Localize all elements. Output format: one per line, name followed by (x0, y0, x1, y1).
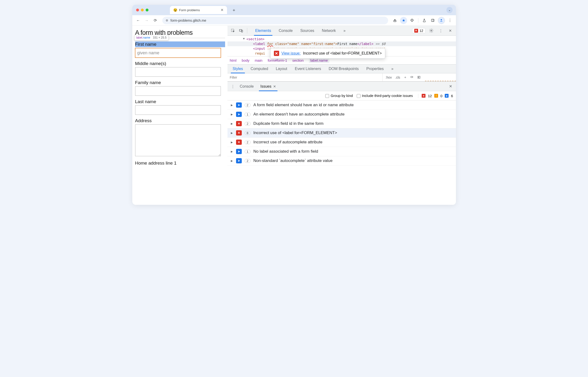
expand-icon[interactable]: ▶ (231, 141, 233, 144)
tab-styles[interactable]: Styles (229, 65, 247, 73)
tab-event-listeners[interactable]: Event Listeners (291, 65, 325, 73)
issue-count: 1 (245, 112, 250, 117)
drawer-tabs: ⋮ Console Issues✕ ✕ (227, 82, 456, 91)
breadcrumb-item-current[interactable]: label.name (309, 58, 329, 63)
tab-dom-breakpoints[interactable]: DOM Breakpoints (325, 65, 362, 73)
breadcrumb-item[interactable]: main (255, 58, 262, 62)
settings-icon[interactable] (428, 27, 435, 34)
issue-text: Incorrect use of autocomplete attribute (253, 140, 322, 145)
menu-button[interactable]: ⋮ (446, 17, 453, 24)
expand-icon[interactable]: ▶ (231, 150, 233, 153)
browser-toolbar: ← → ⟳ ⚙ form-problems.glitch.me ★ ⋮ (132, 15, 456, 26)
profile-button[interactable] (438, 17, 445, 24)
breadcrumb-item[interactable]: section (293, 58, 304, 62)
device-toggle-icon[interactable] (237, 27, 245, 34)
error-icon: ✕ (414, 29, 418, 33)
breadcrumb-item[interactable]: form#form-1 (268, 58, 287, 62)
label-address: Address (135, 118, 225, 123)
issue-row[interactable]: ▶✕2Incorrect use of autocomplete attribu… (227, 138, 456, 147)
group-by-kind-checkbox[interactable]: Group by kind (325, 94, 353, 98)
third-party-checkbox[interactable]: Include third-party cookie issues (357, 94, 413, 98)
issue-row[interactable]: ▶➤2Non-standard `autocomplete` attribute… (227, 156, 456, 165)
forward-button[interactable]: → (143, 17, 150, 24)
expand-icon[interactable]: ▶ (231, 122, 233, 125)
toggle-panel-icon[interactable] (417, 75, 421, 79)
tab-close-icon[interactable]: ✕ (221, 8, 224, 12)
browser-tab[interactable]: 😵 Form problems ✕ (170, 6, 227, 14)
box-model-dash (425, 73, 456, 81)
extensions-button[interactable] (408, 17, 416, 24)
site-settings-icon[interactable]: ⚙ (166, 19, 168, 22)
tab-properties[interactable]: Properties (363, 65, 388, 73)
issue-row[interactable]: ▶✕2Duplicate form field id in the same f… (227, 119, 456, 128)
error-bubble-icon: ✕ (236, 140, 242, 145)
dom-tree[interactable]: ⋯ ▼ <section> <label for class="name" na… (227, 36, 456, 56)
styles-tabs: Styles Computed Layout Event Listeners D… (227, 64, 456, 73)
window-controls (136, 9, 148, 12)
share-button[interactable] (391, 17, 399, 24)
tab-network[interactable]: Network (318, 26, 340, 35)
sidepanel-button[interactable] (429, 17, 436, 24)
styles-overflow-icon[interactable]: » (387, 65, 397, 73)
tab-computed[interactable]: Computed (247, 65, 272, 73)
styles-filter-row: :hov .cls ＋ (227, 73, 456, 82)
expand-icon[interactable]: ▼ (243, 37, 245, 40)
input-first-name[interactable] (135, 48, 221, 58)
warning-icon: ! (434, 94, 438, 98)
close-devtools-icon[interactable]: ✕ (447, 27, 454, 34)
issue-row[interactable]: ▶➤1An element doesn't have an autocomple… (227, 110, 456, 119)
breadcrumb-item[interactable]: body (242, 58, 250, 62)
styles-filter-tools: :hov .cls ＋ (382, 73, 423, 81)
error-count-badge[interactable]: ✕ 12 (412, 28, 426, 33)
issue-count: 2 (245, 122, 250, 126)
view-issue-link[interactable]: View issue: (282, 51, 301, 56)
breadcrumb-item[interactable]: html (230, 58, 237, 62)
issue-row[interactable]: ▶➤1No label associated with a form field (227, 147, 456, 156)
hov-toggle[interactable]: :hov (385, 75, 392, 79)
expand-icon[interactable]: ▶ (231, 159, 233, 162)
issue-text: Non-standard `autocomplete` attribute va… (253, 158, 333, 163)
inspect-icon[interactable] (229, 27, 237, 34)
error-bubble-icon: ✕ (236, 130, 242, 136)
close-tab-icon[interactable]: ✕ (273, 84, 276, 88)
new-style-icon[interactable]: ＋ (404, 75, 407, 80)
dom-row-selected[interactable]: <label for class="name" name="first-name… (227, 41, 456, 46)
back-button[interactable]: ← (135, 17, 142, 24)
tab-elements[interactable]: Elements (251, 26, 275, 35)
bookmark-button[interactable]: ★ (400, 17, 407, 24)
reload-button[interactable]: ⟳ (152, 17, 159, 24)
expand-icon[interactable]: ▶ (231, 113, 233, 116)
new-tab-button[interactable]: ＋ (230, 6, 237, 13)
issue-count: 8 (245, 131, 250, 135)
expand-icon[interactable]: ▶ (231, 131, 233, 135)
close-drawer-icon[interactable]: ✕ (447, 84, 454, 89)
minimize-window-icon[interactable] (141, 9, 144, 12)
tab-sources[interactable]: Sources (296, 26, 318, 35)
tab-layout[interactable]: Layout (272, 65, 291, 73)
issue-row[interactable]: ▶➤2A form field element should have an i… (227, 101, 456, 110)
paint-flashing-icon[interactable] (410, 75, 414, 79)
styles-filter-input[interactable] (227, 75, 383, 79)
tabs-overflow-button[interactable]: ⌄ (446, 7, 452, 13)
input-last-name[interactable] (135, 105, 221, 115)
expand-icon[interactable]: ▶ (231, 104, 233, 107)
drawer-menu-icon[interactable]: ⋮ (229, 83, 237, 90)
input-address[interactable] (135, 124, 221, 156)
more-icon[interactable]: ⋮ (437, 27, 444, 34)
issue-row[interactable]: ▶✕8Incorrect use of <label for=FORM_ELEM… (227, 128, 456, 138)
input-middle-name[interactable] (135, 67, 221, 77)
drawer-tab-console[interactable]: Console (237, 82, 257, 91)
maximize-window-icon[interactable] (146, 9, 148, 12)
dom-row[interactable]: ▼ <section> (227, 37, 456, 41)
issue-popover: ✕ View issue: Incorrect use of <label fo… (270, 48, 385, 59)
address-bar[interactable]: ⚙ form-problems.glitch.me (162, 17, 388, 24)
input-family-name[interactable] (135, 86, 221, 96)
tabs-overflow-icon[interactable]: » (339, 26, 349, 35)
labs-button[interactable] (421, 17, 428, 24)
close-window-icon[interactable] (136, 9, 139, 12)
issue-counts: ✕12 !0 ➤6 (418, 94, 453, 98)
tab-title: Form problems (179, 8, 200, 12)
cls-toggle[interactable]: .cls (395, 75, 400, 79)
tab-console[interactable]: Console (275, 26, 296, 35)
drawer-tab-issues[interactable]: Issues✕ (257, 82, 279, 91)
